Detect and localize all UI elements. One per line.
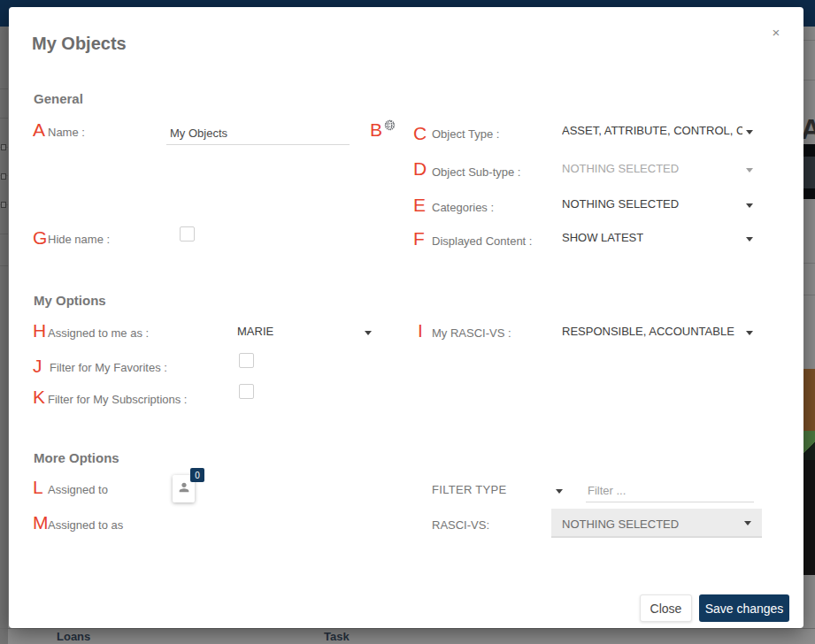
background-table-label-loans: Loans [57, 630, 90, 643]
background-block [803, 27, 815, 40]
name-input[interactable] [166, 122, 350, 145]
filter-type-select[interactable]: FILTER TYPE [432, 481, 566, 499]
rasci-vs-select[interactable]: NOTHING SELECTED [551, 509, 762, 538]
object-type-label: Object Type : [432, 127, 499, 141]
categories-label: Categories : [432, 201, 494, 214]
rasci-vs-label: RASCI-VS: [432, 518, 489, 532]
hint-l: L [33, 478, 43, 497]
close-button[interactable]: Close [640, 594, 692, 622]
background-checkbox [1, 202, 6, 208]
filter-favorites-checkbox[interactable] [239, 353, 254, 368]
categories-select[interactable]: NOTHING SELECTED [562, 196, 765, 215]
hint-c: C [413, 124, 427, 143]
background-block [803, 188, 815, 199]
chevron-down-icon [556, 489, 563, 494]
background-chart-dark [803, 460, 815, 575]
assigned-to-me-as-value: MARIE [237, 325, 273, 338]
filter-subscriptions-label: Filter for My Subscriptions : [48, 393, 188, 406]
object-subtype-label: Object Sub-type : [432, 165, 520, 179]
rasci-vs-value: NOTHING SELECTED [562, 518, 679, 531]
assigned-to-label: Assigned to [48, 483, 108, 496]
object-subtype-select[interactable]: NOTHING SELECTED [562, 160, 765, 180]
hint-i: I [418, 321, 423, 341]
background-line [803, 263, 815, 264]
assigned-to-me-as-label: Assigned to me as : [48, 326, 149, 340]
hint-g: G [33, 228, 47, 248]
object-subtype-value: NOTHING SELECTED [562, 162, 679, 175]
background-chart-brown [803, 369, 815, 431]
hint-m: M [33, 513, 49, 533]
assigned-to-me-as-select[interactable]: MARIE [237, 321, 379, 341]
my-rasci-vs-label: My RASCI-VS : [432, 326, 511, 340]
background-chart-green [803, 431, 815, 460]
background-sidebar [0, 27, 8, 644]
section-heading-more-options: More Options [34, 450, 119, 465]
background-line [803, 80, 815, 80]
filter-input[interactable] [586, 479, 754, 502]
hint-f: F [413, 229, 425, 249]
chevron-down-icon [746, 130, 753, 134]
hide-name-checkbox[interactable] [180, 226, 195, 242]
categories-value: NOTHING SELECTED [562, 197, 679, 211]
background-checkbox [1, 173, 6, 180]
person-icon [177, 480, 191, 498]
hint-j: J [33, 356, 42, 376]
chevron-down-icon [365, 331, 372, 335]
hint-h: H [33, 321, 46, 341]
hint-k: K [33, 387, 45, 407]
hint-e: E [413, 196, 426, 215]
displayed-content-value: SHOW LATEST [562, 231, 643, 244]
hint-a: A [33, 120, 45, 140]
hint-d: D [413, 159, 427, 179]
background-block [803, 144, 815, 157]
section-heading-my-options: My Options [34, 293, 106, 308]
chevron-down-icon [746, 168, 753, 172]
my-objects-dialog: My Objects × General A Name : B C Object… [9, 7, 803, 628]
section-heading-general: General [34, 91, 83, 106]
my-rasci-vs-value: RESPONSIBLE, ACCOUNTABLE [562, 325, 734, 338]
background-line [803, 40, 815, 41]
filter-favorites-label: Filter for My Favorites : [50, 361, 167, 374]
background-table-label-task: Task [324, 630, 350, 643]
background-line [803, 295, 815, 295]
hint-b: B [370, 120, 382, 140]
dialog-title: My Objects [32, 34, 127, 54]
background-block [803, 157, 815, 188]
chevron-down-icon [744, 521, 751, 525]
object-type-value: ASSET, ATTRIBUTE, CONTROL, CON [562, 124, 742, 137]
chevron-down-icon [746, 331, 753, 335]
globe-icon[interactable] [384, 119, 396, 134]
background-checkbox [1, 144, 6, 150]
hide-name-label: Hide name : [48, 233, 110, 246]
assigned-to-count-badge: 0 [190, 468, 204, 482]
background-table-border [0, 628, 815, 629]
chevron-down-icon [746, 203, 753, 208]
displayed-content-label: Displayed Content : [432, 234, 532, 248]
save-changes-button[interactable]: Save changes [699, 594, 789, 622]
filter-subscriptions-checkbox[interactable] [239, 384, 254, 399]
object-type-select[interactable]: ASSET, ATTRIBUTE, CONTROL, CON [562, 122, 765, 142]
my-rasci-vs-select[interactable]: RESPONSIBLE, ACCOUNTABLE [562, 323, 765, 342]
close-icon[interactable]: × [768, 25, 784, 40]
filter-type-label: FILTER TYPE [432, 483, 506, 496]
name-label: Name : [48, 126, 85, 139]
displayed-content-select[interactable]: SHOW LATEST [562, 229, 765, 249]
assigned-to-as-label: Assigned to as [48, 518, 123, 532]
chevron-down-icon [746, 237, 753, 242]
